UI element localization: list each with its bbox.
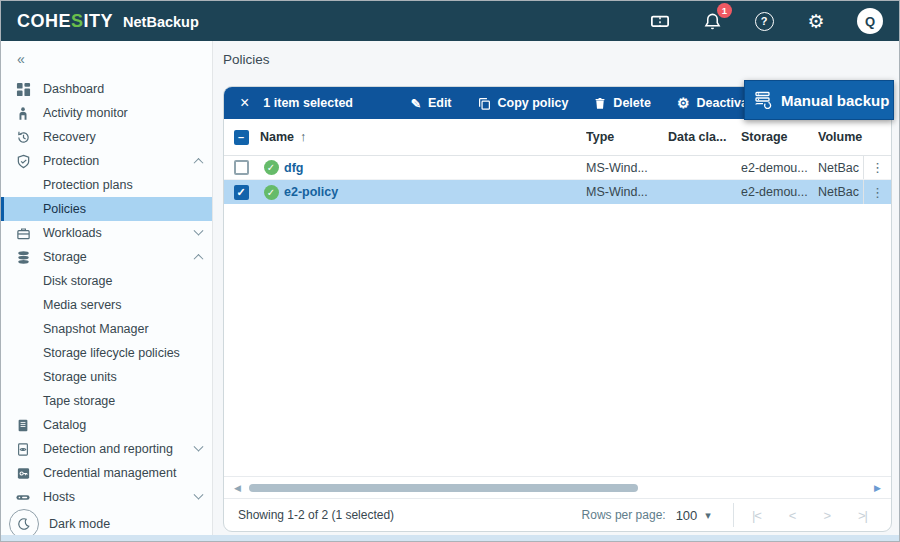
- sidebar-item-label: Storage: [43, 250, 87, 264]
- active-status-check-icon: ✓: [264, 185, 279, 200]
- select-all-checkbox[interactable]: –: [234, 130, 249, 145]
- gear-icon: ⚙: [677, 95, 690, 111]
- hosts-server-icon: [15, 489, 31, 505]
- last-page-button[interactable]: >|: [858, 508, 867, 523]
- top-header-bar: COHESITY NetBackup 1 ? ⚙ Q: [1, 1, 899, 41]
- sort-ascending-icon: ↑: [300, 130, 306, 144]
- footer-divider: [733, 503, 734, 527]
- chevron-down-icon: [194, 225, 204, 235]
- sidebar-item-storage-units[interactable]: Storage units: [1, 365, 212, 389]
- sidebar-collapse-button[interactable]: «: [1, 49, 41, 77]
- dark-mode-label: Dark mode: [49, 517, 110, 531]
- sidebar-item-policies[interactable]: Policies: [1, 197, 212, 221]
- sidebar-item-tape-storage[interactable]: Tape storage: [1, 389, 212, 413]
- sidebar-item-label: Protection: [43, 154, 99, 168]
- rows-per-page-select[interactable]: 100 ▾: [676, 508, 711, 523]
- workloads-briefcase-icon: [15, 225, 31, 241]
- sidebar-item-detection-and-reporting[interactable]: Detection and reporting: [1, 437, 212, 461]
- column-header-actions: [863, 119, 891, 155]
- policy-name-link[interactable]: e2-policy: [284, 185, 586, 199]
- sidebar-item-label: Activity monitor: [43, 106, 128, 120]
- policy-name-link[interactable]: dfg: [284, 161, 586, 175]
- column-header-volume[interactable]: Volume p: [818, 130, 863, 144]
- policy-type: MS-Wind...: [586, 185, 668, 199]
- sidebar-item-label: Detection and reporting: [43, 442, 173, 456]
- scrollbar-track[interactable]: [249, 484, 866, 492]
- chevron-down-icon: [194, 489, 204, 499]
- table-header-row: – Name ↑ Type Data cla... Storage Volume…: [224, 119, 891, 156]
- clear-selection-button[interactable]: ×: [240, 95, 249, 111]
- sidebar-item-snapshot-manager[interactable]: Snapshot Manager: [1, 317, 212, 341]
- sidebar-item-storage-lifecycle-policies[interactable]: Storage lifecycle policies: [1, 341, 212, 365]
- help-icon[interactable]: ?: [753, 10, 775, 32]
- license-ticket-icon[interactable]: [649, 10, 671, 32]
- chevron-up-icon: [194, 253, 204, 263]
- sidebar-item-label: Credential management: [43, 466, 176, 480]
- sidebar-item-workloads[interactable]: Workloads: [1, 221, 212, 245]
- manual-backup-button[interactable]: Manual backup: [744, 80, 894, 120]
- row-checkbox[interactable]: [234, 160, 249, 175]
- brand-logo: COHESITY NetBackup: [17, 11, 199, 32]
- sidebar-item-label: Policies: [43, 202, 86, 216]
- copy-policy-button[interactable]: Copy policy: [478, 96, 569, 110]
- previous-page-button[interactable]: <: [789, 508, 796, 523]
- settings-gear-icon[interactable]: ⚙: [805, 10, 827, 32]
- user-avatar[interactable]: Q: [857, 8, 883, 34]
- table-row[interactable]: ✓ dfg MS-Wind... e2-demou... NetBac ⋮: [224, 156, 891, 180]
- sidebar-item-activity-monitor[interactable]: Activity monitor: [1, 101, 212, 125]
- scroll-right-arrow[interactable]: ▶: [874, 483, 881, 493]
- sidebar-item-protection[interactable]: Protection: [1, 149, 212, 173]
- column-header-type[interactable]: Type: [586, 130, 668, 144]
- caret-down-icon: ▾: [705, 509, 711, 522]
- row-checkbox[interactable]: ✓: [234, 185, 249, 200]
- recovery-clock-icon: [15, 129, 31, 145]
- sidebar-item-credential-management[interactable]: Credential management: [1, 461, 212, 485]
- sidebar-item-protection-plans[interactable]: Protection plans: [1, 173, 212, 197]
- detection-report-icon: [15, 441, 31, 457]
- sidebar-item-label: Media servers: [43, 298, 122, 312]
- horizontal-scrollbar: ◀ ▶: [224, 476, 891, 498]
- sidebar-item-label: Protection plans: [43, 178, 133, 192]
- sidebar-item-label: Recovery: [43, 130, 96, 144]
- copy-icon: [478, 97, 491, 110]
- sidebar-item-catalog[interactable]: Catalog: [1, 413, 212, 437]
- sidebar-item-media-servers[interactable]: Media servers: [1, 293, 212, 317]
- first-page-button[interactable]: |<: [752, 508, 761, 523]
- scroll-left-arrow[interactable]: ◀: [234, 483, 241, 493]
- policy-storage: e2-demou...: [741, 185, 818, 199]
- sidebar-item-label: Disk storage: [43, 274, 112, 288]
- page-title: Policies: [223, 52, 892, 67]
- row-kebab-menu[interactable]: ⋮: [863, 180, 891, 204]
- backup-server-icon: [755, 91, 773, 109]
- sidebar-item-disk-storage[interactable]: Disk storage: [1, 269, 212, 293]
- sidebar-item-label: Workloads: [43, 226, 102, 240]
- table-empty-area: [224, 204, 891, 476]
- sidebar-item-label: Storage lifecycle policies: [43, 346, 180, 360]
- sidebar-nav: « Dashboard Activity monitor Recovery Pr…: [1, 41, 213, 535]
- showing-count-label: Showing 1-2 of 2 (1 selected): [238, 508, 394, 522]
- row-kebab-menu[interactable]: ⋮: [863, 156, 891, 179]
- sidebar-item-label: Hosts: [43, 490, 75, 504]
- policies-table-card: × 1 item selected ✎ Edit Copy policy: [223, 86, 892, 532]
- delete-button[interactable]: Delete: [594, 96, 651, 110]
- scrollbar-thumb[interactable]: [249, 484, 638, 492]
- credential-key-icon: [15, 465, 31, 481]
- table-row[interactable]: ✓ ✓ e2-policy MS-Wind... e2-demou... Net…: [224, 180, 891, 204]
- page-bottom-strip: [1, 535, 899, 541]
- trash-icon: [594, 97, 606, 110]
- app-window: COHESITY NetBackup 1 ? ⚙ Q «: [0, 0, 900, 542]
- policy-storage: e2-demou...: [741, 161, 818, 175]
- edit-button[interactable]: ✎ Edit: [410, 96, 451, 111]
- column-header-name[interactable]: Name ↑: [258, 130, 586, 144]
- pencil-icon: ✎: [410, 96, 420, 111]
- chevron-down-icon: [194, 441, 204, 451]
- column-header-storage[interactable]: Storage: [741, 130, 818, 144]
- sidebar-item-storage[interactable]: Storage: [1, 245, 212, 269]
- notifications-bell-icon[interactable]: 1: [701, 10, 723, 32]
- dashboard-icon: [15, 81, 31, 97]
- sidebar-item-recovery[interactable]: Recovery: [1, 125, 212, 149]
- next-page-button[interactable]: >: [823, 508, 830, 523]
- column-header-data-classification[interactable]: Data cla...: [668, 130, 741, 144]
- sidebar-item-hosts[interactable]: Hosts: [1, 485, 212, 509]
- sidebar-item-dashboard[interactable]: Dashboard: [1, 77, 212, 101]
